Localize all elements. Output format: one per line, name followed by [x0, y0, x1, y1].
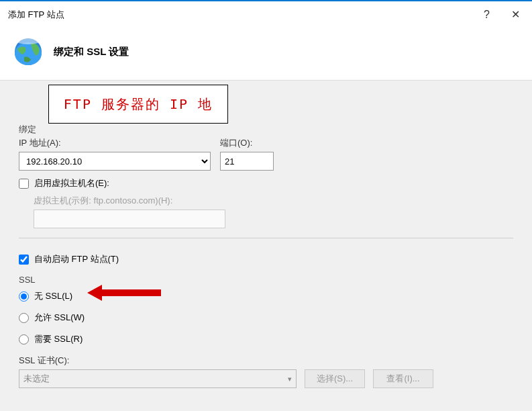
allow-ssl-radio[interactable]: [19, 313, 29, 323]
no-ssl-radio[interactable]: [19, 291, 29, 302]
ssl-cert-label: SSL 证书(C):: [19, 355, 513, 367]
no-ssl-label: 无 SSL(L): [34, 290, 72, 302]
port-input[interactable]: [220, 152, 274, 171]
require-ssl-label: 需要 SSL(R): [34, 333, 83, 345]
enable-virtual-host-label: 启用虚拟主机名(E):: [34, 177, 109, 189]
page-title: 绑定和 SSL 设置: [54, 46, 129, 58]
view-cert-button[interactable]: 查看(I)...: [373, 369, 433, 388]
ssl-legend: SSL: [19, 275, 513, 285]
require-ssl-radio[interactable]: [19, 334, 29, 345]
ssl-fieldset: SSL 无 SSL(L) 允许 SSL(W) 需要 SSL(R) SSL 证书(…: [19, 275, 513, 388]
ssl-cert-value: 未选定: [23, 373, 50, 385]
port-label: 端口(O):: [220, 137, 274, 149]
window-title: 添加 FTP 站点: [8, 9, 64, 21]
autostart-label: 自动启动 FTP 站点(T): [34, 253, 119, 265]
ssl-cert-select: 未选定 ▾: [19, 369, 297, 388]
virtual-host-input: [34, 210, 225, 228]
ip-address-select[interactable]: 192.168.20.10: [19, 152, 211, 171]
select-cert-button[interactable]: 选择(S)...: [305, 369, 365, 388]
ip-address-label: IP 地址(A):: [19, 137, 211, 149]
globe-icon: [13, 37, 43, 66]
binding-legend: 绑定: [19, 124, 513, 136]
content-area: FTP 服务器的 IP 地 绑定 IP 地址(A): 192.168.20.10…: [0, 81, 532, 411]
close-button[interactable]: ✕: [507, 7, 524, 22]
help-button[interactable]: ?: [480, 7, 494, 22]
allow-ssl-label: 允许 SSL(W): [34, 312, 85, 324]
virtual-host-label: 虚拟主机(示例: ftp.contoso.com)(H):: [34, 195, 513, 207]
page-header: 绑定和 SSL 设置: [0, 28, 532, 81]
chevron-down-icon: ▾: [288, 375, 292, 383]
enable-virtual-host-checkbox[interactable]: [19, 179, 29, 189]
annotation-callout: FTP 服务器的 IP 地: [48, 85, 228, 124]
svg-point-2: [16, 38, 40, 44]
autostart-checkbox[interactable]: [19, 255, 29, 265]
window-controls: ? ✕: [480, 7, 524, 22]
window-titlebar: 添加 FTP 站点 ? ✕: [0, 0, 532, 28]
